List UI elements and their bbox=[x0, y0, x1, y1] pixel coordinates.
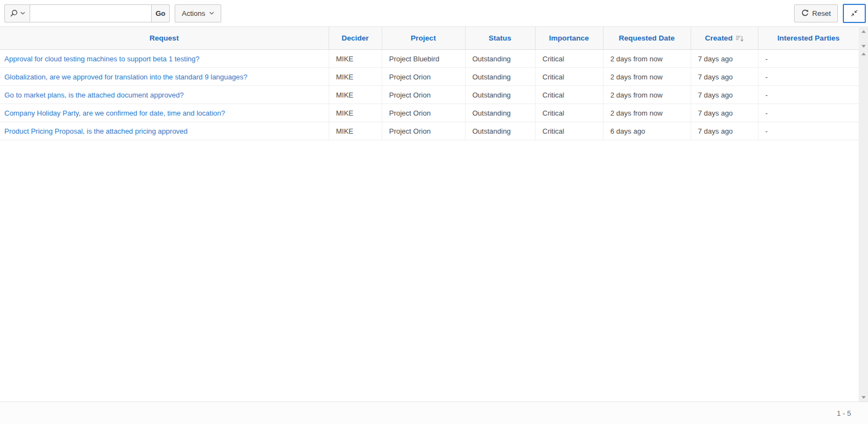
table-row: Globalization, are we approved for trans… bbox=[0, 68, 859, 86]
magnifier-icon bbox=[10, 9, 18, 18]
pagination-label: 1 - 5 bbox=[837, 409, 851, 417]
interested-parties-cell: - bbox=[758, 50, 859, 68]
interactive-report: Go Actions Reset bbox=[0, 0, 868, 424]
report-toolbar: Go Actions Reset bbox=[0, 0, 868, 26]
scroll-up-arrow-icon[interactable] bbox=[861, 53, 866, 55]
request-link[interactable]: Product Pricing Proposal, is the attache… bbox=[4, 127, 188, 135]
collapse-report-button[interactable] bbox=[843, 4, 866, 23]
requested-date-cell: 6 days ago bbox=[603, 122, 691, 140]
chevron-down-icon bbox=[209, 12, 214, 15]
scroll-up-arrow-icon[interactable] bbox=[861, 30, 866, 33]
requested-date-cell: 2 days from now bbox=[603, 86, 691, 104]
grid-region: Request Decider Project Status Importanc… bbox=[0, 26, 859, 402]
sort-descending-icon bbox=[735, 35, 744, 42]
column-header-status[interactable]: Status bbox=[465, 27, 535, 50]
requested-date-cell: 2 days from now bbox=[603, 68, 691, 86]
project-cell: Project Orion bbox=[382, 122, 465, 140]
project-cell: Project Orion bbox=[382, 68, 465, 86]
interested-parties-cell: - bbox=[758, 68, 859, 86]
importance-cell: Critical bbox=[535, 68, 603, 86]
table-row: Company Holiday Party, are we confirmed … bbox=[0, 104, 859, 122]
project-cell: Project Bluebird bbox=[382, 50, 465, 68]
header-scrollbar-stub bbox=[859, 26, 868, 50]
created-cell: 7 days ago bbox=[691, 122, 758, 140]
requested-date-cell: 2 days from now bbox=[603, 50, 691, 68]
toolbar-left-group: Go Actions bbox=[4, 4, 221, 22]
status-cell: Outstanding bbox=[465, 68, 535, 86]
actions-menu-button[interactable]: Actions bbox=[175, 4, 221, 22]
actions-button-label: Actions bbox=[182, 9, 205, 18]
column-header-project[interactable]: Project bbox=[382, 27, 465, 50]
status-cell: Outstanding bbox=[465, 86, 535, 104]
project-cell: Project Orion bbox=[382, 104, 465, 122]
decider-cell: MIKE bbox=[329, 122, 382, 140]
report-footer: 1 - 5 bbox=[0, 402, 868, 424]
search-column-select-button[interactable] bbox=[4, 4, 30, 22]
request-link[interactable]: Approval for cloud testing machines to s… bbox=[4, 55, 199, 63]
search-input[interactable] bbox=[30, 4, 152, 22]
request-link[interactable]: Go to market plans, is the attached docu… bbox=[4, 91, 183, 99]
created-cell: 7 days ago bbox=[691, 86, 758, 104]
request-link[interactable]: Company Holiday Party, are we confirmed … bbox=[4, 109, 225, 117]
created-cell: 7 days ago bbox=[691, 104, 758, 122]
importance-cell: Critical bbox=[535, 122, 603, 140]
table-row: Go to market plans, is the attached docu… bbox=[0, 86, 859, 104]
scrollbar-track[interactable] bbox=[859, 50, 868, 402]
interested-parties-cell: - bbox=[758, 122, 859, 140]
table-row: Product Pricing Proposal, is the attache… bbox=[0, 122, 859, 140]
collapse-inward-arrows-icon bbox=[850, 9, 859, 18]
request-link[interactable]: Globalization, are we approved for trans… bbox=[4, 73, 248, 81]
requested-date-cell: 2 days from now bbox=[603, 104, 691, 122]
column-header-request[interactable]: Request bbox=[0, 27, 329, 50]
chevron-down-icon bbox=[20, 12, 25, 15]
decider-cell: MIKE bbox=[329, 50, 382, 68]
decisions-table: Request Decider Project Status Importanc… bbox=[0, 26, 859, 140]
importance-cell: Critical bbox=[535, 86, 603, 104]
interested-parties-cell: - bbox=[758, 104, 859, 122]
column-header-decider[interactable]: Decider bbox=[329, 27, 382, 50]
column-header-interested-parties[interactable]: Interested Parties bbox=[758, 27, 859, 50]
report-body: Request Decider Project Status Importanc… bbox=[0, 26, 868, 402]
status-cell: Outstanding bbox=[465, 122, 535, 140]
toolbar-right-group: Reset bbox=[794, 4, 866, 23]
importance-cell: Critical bbox=[535, 50, 603, 68]
header-row: Request Decider Project Status Importanc… bbox=[0, 27, 859, 50]
decider-cell: MIKE bbox=[329, 86, 382, 104]
search-bar: Go bbox=[4, 4, 170, 22]
created-cell: 7 days ago bbox=[691, 68, 758, 86]
reset-button-label: Reset bbox=[812, 9, 831, 18]
project-cell: Project Orion bbox=[382, 86, 465, 104]
status-cell: Outstanding bbox=[465, 50, 535, 68]
reset-button[interactable]: Reset bbox=[794, 4, 838, 22]
status-cell: Outstanding bbox=[465, 104, 535, 122]
column-header-created[interactable]: Created bbox=[691, 27, 758, 50]
decider-cell: MIKE bbox=[329, 104, 382, 122]
go-button[interactable]: Go bbox=[151, 4, 170, 22]
importance-cell: Critical bbox=[535, 104, 603, 122]
column-header-requested-date[interactable]: Requested Date bbox=[603, 27, 691, 50]
scroll-down-arrow-icon[interactable] bbox=[861, 45, 866, 48]
vertical-scrollbar[interactable] bbox=[859, 26, 868, 402]
undo-circular-arrow-icon bbox=[801, 9, 809, 17]
table-row: Approval for cloud testing machines to s… bbox=[0, 50, 859, 68]
interested-parties-cell: - bbox=[758, 86, 859, 104]
column-header-importance[interactable]: Importance bbox=[535, 27, 603, 50]
created-cell: 7 days ago bbox=[691, 50, 758, 68]
scroll-down-arrow-icon[interactable] bbox=[861, 396, 866, 399]
decider-cell: MIKE bbox=[329, 68, 382, 86]
